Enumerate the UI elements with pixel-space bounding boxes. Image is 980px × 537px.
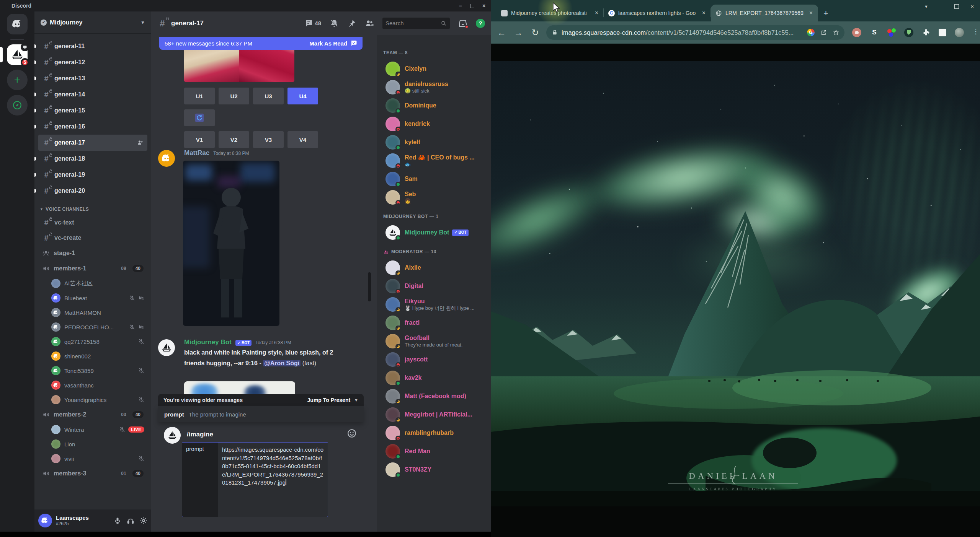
voice-user-vasanthanc[interactable]: vasanthanc — [48, 378, 147, 392]
member-jayscott[interactable]: jayscott — [383, 350, 488, 369]
browser-minimize-button[interactable]: – — [940, 3, 943, 10]
help-icon[interactable]: ? — [476, 19, 485, 28]
voice-channel-members-1[interactable]: members-10940 — [38, 261, 147, 276]
voice-user-Tonci53859[interactable]: Tonci53859 — [48, 363, 147, 378]
voice-user-MattHARMON[interactable]: MattHARMON — [48, 305, 147, 320]
settings-gear-icon[interactable] — [140, 517, 147, 524]
voice-user-AI艺术社区[interactable]: AI艺术社区 — [48, 276, 147, 291]
member-eikyuu[interactable]: Eikyuu🐰 Hype boy 너만 원해 Hype ... — [383, 295, 488, 314]
server-icon-midjourney[interactable]: 5 — [7, 44, 28, 65]
pinned-messages-icon[interactable] — [347, 19, 356, 28]
voice-user-PEDROCOELHO...[interactable]: PEDROCOELHO... — [48, 320, 147, 334]
variation-button-v4[interactable]: V4 — [287, 131, 318, 148]
voice-user-qq271725158[interactable]: qq271725158 — [48, 334, 147, 349]
voice-channel-vc-text[interactable]: #vc-text — [38, 215, 147, 230]
discord-close-button[interactable]: × — [480, 3, 488, 9]
member-danielrussruss[interactable]: danielrussruss🤢 still sick — [383, 78, 488, 96]
voice-user-Lion[interactable]: Lion — [48, 437, 147, 451]
address-bar[interactable]: images.squarespace-cdn.com/content/v1/5c… — [546, 25, 844, 40]
member-seb[interactable]: Seb👧 — [383, 188, 488, 207]
reload-button[interactable]: ↻ — [529, 28, 541, 38]
emoji-picker-icon[interactable] — [347, 428, 357, 438]
bookmark-star-icon[interactable] — [833, 29, 839, 36]
invite-people-icon[interactable] — [137, 139, 144, 146]
voice-user-vivii[interactable]: vivii — [48, 451, 147, 466]
google-icon[interactable]: G — [807, 29, 815, 36]
mattrac-photo-attachment[interactable] — [183, 161, 279, 326]
member-matt-facebook-mod-[interactable]: Matt (Facebook mod) — [383, 387, 488, 405]
new-tab-button[interactable]: + — [823, 8, 828, 21]
browser-profile-avatar[interactable] — [955, 28, 964, 37]
member-sam[interactable]: Sam — [383, 170, 488, 188]
upscale-button-u4[interactable]: U4 — [287, 88, 318, 104]
tab-close-icon[interactable]: × — [808, 10, 814, 16]
slash-command-autocomplete[interactable]: prompt The prompt to imagine — [158, 406, 364, 422]
browser-close-button[interactable]: × — [970, 3, 974, 10]
member-meggirbot-artificial-[interactable]: Meggirbot | ARTificial... — [383, 405, 488, 424]
discord-maximize-button[interactable] — [470, 4, 474, 8]
member-fractl[interactable]: fractl — [383, 314, 488, 332]
add-server-button[interactable]: + — [7, 70, 28, 90]
home-button[interactable] — [7, 14, 28, 34]
member-kav2k[interactable]: kav2k — [383, 369, 488, 387]
jump-to-present-button[interactable]: Jump To Present ▼ — [307, 397, 358, 403]
extensions-puzzle-icon[interactable] — [922, 28, 930, 37]
mic-icon[interactable] — [114, 517, 121, 524]
member-kylelf[interactable]: kylelf — [383, 133, 488, 151]
prompt-field-value[interactable]: https://images.squarespace-cdn.com/conte… — [218, 443, 328, 517]
voice-channel-vc-create[interactable]: #vc-create — [38, 230, 147, 246]
explore-servers-button[interactable] — [7, 95, 28, 116]
prompt-input-box[interactable]: prompt https://images.squarespace-cdn.co… — [182, 442, 328, 517]
channel-general-19[interactable]: #general-19 — [38, 167, 147, 183]
channel-general-16[interactable]: #general-16 — [38, 119, 147, 135]
user-mention[interactable]: @Aron Sōgi — [263, 360, 301, 366]
bot-result-image[interactable] — [184, 381, 295, 394]
channel-general-15[interactable]: #general-15 — [38, 103, 147, 119]
browser-tab-3[interactable]: LRM_EXPORT_176436787956939× — [711, 5, 818, 21]
share-icon[interactable] — [821, 29, 827, 36]
mark-as-read-button[interactable]: Mark As Read — [309, 40, 357, 47]
extension-icon-s[interactable]: S — [870, 28, 879, 37]
member-goofball[interactable]: GoofballThey're made out of meat. — [383, 332, 488, 350]
channel-general-14[interactable]: #general-14 — [38, 86, 147, 103]
chat-scrollbar[interactable] — [368, 272, 371, 301]
member-list-toggle-icon[interactable] — [365, 19, 374, 28]
member-midjourney-bot[interactable]: Midjourney Bot✓ BOT — [383, 223, 488, 242]
member-ramblingrhubarb[interactable]: ramblingrhubarb — [383, 424, 488, 442]
upscale-button-u1[interactable]: U1 — [184, 88, 215, 104]
threads-button[interactable]: 48 — [304, 19, 321, 28]
voice-channels-header[interactable]: ▼VOICE CHANNELS — [40, 205, 146, 213]
voice-user-shinen002[interactable]: shinen002 — [48, 349, 147, 363]
variation-button-v1[interactable]: V1 — [184, 131, 215, 148]
member-red-ceo-of-bugs-[interactable]: Red 🦀 | CEO of bugs ...🐟 — [383, 151, 488, 170]
notifications-muted-icon[interactable] — [330, 19, 339, 28]
member-red-man[interactable]: Red Man — [383, 442, 488, 461]
headphones-icon[interactable] — [127, 517, 134, 524]
browser-menu-icon[interactable]: ⋮ — [972, 31, 975, 34]
voice-user-Bluebeat[interactable]: Bluebeat — [48, 291, 147, 305]
member-st0n3zy[interactable]: ST0N3ZY — [383, 461, 488, 479]
member-kendrick[interactable]: kendrick — [383, 115, 488, 133]
tab-close-icon[interactable]: × — [593, 10, 600, 16]
browser-maximize-button[interactable] — [954, 4, 959, 9]
reroll-button[interactable] — [184, 109, 215, 126]
channel-general-20[interactable]: #general-20 — [38, 183, 147, 199]
voice-channel-stage-1[interactable]: stage-1 — [38, 246, 147, 261]
autocomplete-option[interactable]: prompt — [164, 411, 184, 418]
voice-user-Youandigraphics[interactable]: Youandigraphics — [48, 392, 147, 407]
bot-username[interactable]: Midjourney Bot — [184, 338, 232, 346]
extension-icon-square[interactable] — [939, 29, 946, 36]
search-input[interactable] — [385, 20, 439, 26]
upscale-button-u2[interactable]: U2 — [219, 88, 249, 104]
new-messages-banner[interactable]: 58+ new messages since 6:37 PM Mark As R… — [159, 37, 363, 50]
search-box[interactable] — [382, 18, 450, 29]
midjourney-bot-avatar[interactable] — [158, 339, 175, 356]
voice-user-Wintera[interactable]: WinteraLIVE — [48, 422, 147, 437]
back-button[interactable]: ← — [496, 28, 507, 38]
aurora-photo[interactable]: DANIEL LAAN LAANSCAPES PHOTOGRAPHY — [491, 61, 980, 506]
channel-general-17[interactable]: #general-17 — [38, 135, 147, 151]
channel-general-11[interactable]: #general-11 — [38, 38, 147, 54]
server-header[interactable]: ✓ Midjourney ▼ — [34, 11, 151, 34]
mattrac-avatar[interactable] — [158, 150, 175, 167]
member-digital[interactable]: Digital — [383, 277, 488, 295]
